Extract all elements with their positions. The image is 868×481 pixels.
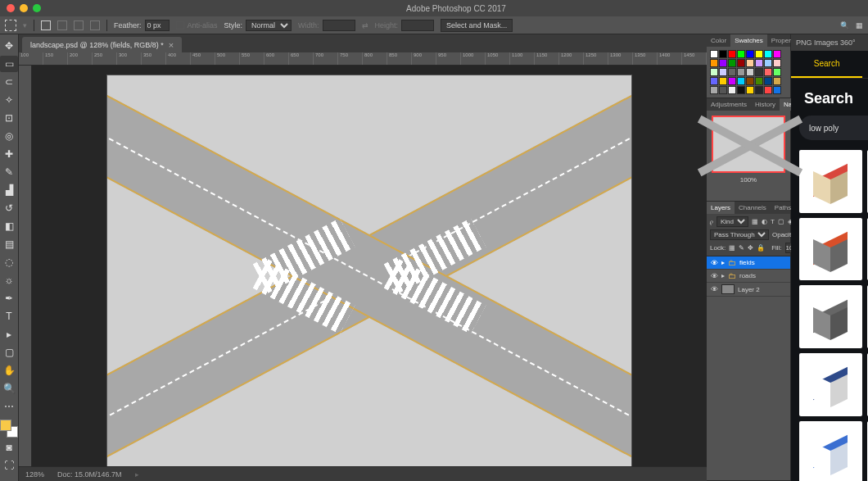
history-tab[interactable]: History xyxy=(751,98,780,111)
layers-tab[interactable]: Layers xyxy=(707,202,735,214)
swatch[interactable] xyxy=(746,68,754,76)
edit-toolbar[interactable]: ⋯ xyxy=(0,398,18,415)
swatch[interactable] xyxy=(764,50,772,58)
subtract-selection-icon[interactable] xyxy=(74,20,84,30)
navigator-thumbnail[interactable] xyxy=(712,116,785,173)
zoom-tool[interactable]: 🔍 xyxy=(0,380,18,397)
antialias-checkbox[interactable] xyxy=(176,21,184,29)
lock-all-icon[interactable]: 🔒 xyxy=(757,244,765,252)
document-tab[interactable]: landscape.psd @ 128% (fields, RGB/8) * × xyxy=(22,37,182,52)
screen-mode[interactable]: ⛶ xyxy=(0,457,18,474)
swatch[interactable] xyxy=(728,86,736,94)
swatch[interactable] xyxy=(764,77,772,85)
swatch[interactable] xyxy=(737,68,745,76)
lock-position-icon[interactable]: ✥ xyxy=(748,244,753,252)
history-brush-tool[interactable]: ↺ xyxy=(0,200,18,216)
style-select[interactable]: Normal xyxy=(246,20,292,31)
swatch[interactable] xyxy=(719,59,727,67)
maximize-window[interactable] xyxy=(33,4,41,12)
filter-type-icon[interactable]: T xyxy=(771,218,775,225)
lasso-tool[interactable]: ⊂ xyxy=(0,74,18,90)
channels-tab[interactable]: Channels xyxy=(735,202,771,214)
swatch[interactable] xyxy=(764,86,772,94)
search-input[interactable] xyxy=(809,124,868,133)
result-police[interactable] xyxy=(799,421,862,481)
pen-tool[interactable]: ✒ xyxy=(0,290,18,306)
kind-filter[interactable]: Kind xyxy=(717,216,748,227)
swatch[interactable] xyxy=(773,59,781,67)
swatch[interactable] xyxy=(728,77,736,85)
swap-icon[interactable]: ⇄ xyxy=(362,21,368,29)
swatch[interactable] xyxy=(755,50,763,58)
chevron-icon[interactable]: ▸ xyxy=(721,259,725,266)
swatch[interactable] xyxy=(728,59,736,67)
adjustments-tab[interactable]: Adjustments xyxy=(707,98,751,111)
swatch[interactable] xyxy=(737,50,745,58)
lock-transparency-icon[interactable]: ▦ xyxy=(729,244,735,252)
workspace-switcher-icon[interactable]: ▦ xyxy=(856,21,863,29)
filter-pixel-icon[interactable]: ▦ xyxy=(752,218,758,225)
swatch[interactable] xyxy=(719,77,727,85)
swatch[interactable] xyxy=(710,59,718,67)
swatch[interactable] xyxy=(755,77,763,85)
foreground-color[interactable] xyxy=(0,420,11,431)
blur-tool[interactable]: ◌ xyxy=(0,254,18,270)
gradient-tool[interactable]: ▤ xyxy=(0,236,18,252)
swatch[interactable] xyxy=(719,86,727,94)
color-tab[interactable]: Color xyxy=(707,34,730,47)
visibility-toggle-icon[interactable]: 👁 xyxy=(710,272,718,280)
swatch[interactable] xyxy=(728,68,736,76)
swatch[interactable] xyxy=(746,59,754,67)
swatch[interactable] xyxy=(755,86,763,94)
minimize-window[interactable] xyxy=(20,4,28,12)
layer-row[interactable]: 👁▸🗀fields xyxy=(707,256,790,270)
magic-wand-tool[interactable]: ✧ xyxy=(0,92,18,108)
swatch[interactable] xyxy=(719,50,727,58)
dodge-tool[interactable]: ☼ xyxy=(0,272,18,288)
type-tool[interactable]: T xyxy=(0,308,18,324)
swatch[interactable] xyxy=(710,50,718,58)
tab-search[interactable]: Search xyxy=(791,51,862,78)
swatch[interactable] xyxy=(755,59,763,67)
result-open-sign[interactable] xyxy=(799,218,862,281)
swatch[interactable] xyxy=(764,68,772,76)
swatch[interactable] xyxy=(746,77,754,85)
rectangle-tool[interactable]: ▢ xyxy=(0,344,18,361)
swatch[interactable] xyxy=(746,50,754,58)
width-input[interactable] xyxy=(323,20,355,31)
swatch[interactable] xyxy=(710,77,718,85)
canvas-viewport[interactable] xyxy=(32,66,707,466)
quick-mask-mode[interactable]: ◙ xyxy=(0,439,18,456)
result-diner[interactable] xyxy=(799,150,862,213)
swatch[interactable] xyxy=(764,59,772,67)
clone-stamp-tool[interactable]: ▟ xyxy=(0,182,18,198)
eraser-tool[interactable]: ◧ xyxy=(0,218,18,234)
navigator-panel[interactable]: 100% xyxy=(707,111,790,201)
lock-paint-icon[interactable]: ✎ xyxy=(739,244,744,252)
filter-shape-icon[interactable]: ▢ xyxy=(778,218,784,225)
swatch[interactable] xyxy=(746,86,754,94)
close-window[interactable] xyxy=(7,4,15,12)
swatch[interactable] xyxy=(719,68,727,76)
swatch[interactable] xyxy=(773,77,781,85)
eyedropper-tool[interactable]: ◎ xyxy=(0,128,18,144)
swatch[interactable] xyxy=(773,86,781,94)
result-windmill[interactable] xyxy=(799,285,862,348)
filter-adj-icon[interactable]: ◐ xyxy=(762,218,767,225)
zoom-level[interactable]: 128% xyxy=(25,470,44,479)
new-selection-icon[interactable] xyxy=(41,20,51,30)
add-selection-icon[interactable] xyxy=(57,20,67,30)
swatch[interactable] xyxy=(773,50,781,58)
swatch[interactable] xyxy=(737,86,745,94)
layer-row[interactable]: 👁Layer 2 xyxy=(707,283,790,297)
spot-heal-tool[interactable]: ✚ xyxy=(0,146,18,162)
hand-tool[interactable]: ✋ xyxy=(0,362,18,379)
swatch[interactable] xyxy=(737,59,745,67)
intersect-selection-icon[interactable] xyxy=(90,20,100,30)
swatch[interactable] xyxy=(710,86,718,94)
layer-row[interactable]: 👁▸🗀roads xyxy=(707,270,790,283)
marquee-icon[interactable] xyxy=(5,20,16,31)
tab-spin-rotate[interactable]: Spin & Rotate xyxy=(862,51,868,78)
visibility-toggle-icon[interactable]: 👁 xyxy=(710,259,718,267)
select-and-mask-button[interactable]: Select and Mask... xyxy=(441,19,513,32)
